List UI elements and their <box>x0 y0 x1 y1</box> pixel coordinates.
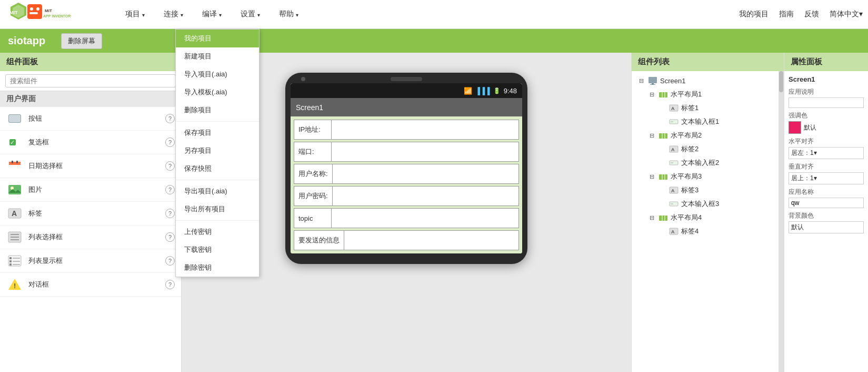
form-input-password[interactable] <box>332 187 518 205</box>
tree-textinput3[interactable]: 文本输入框3 <box>655 197 781 211</box>
listpicker-icon <box>6 229 23 246</box>
prop-color-swatch[interactable] <box>789 121 801 134</box>
tree-label2[interactable]: A 标签2 <box>655 142 781 156</box>
form-input-topic[interactable] <box>331 209 518 228</box>
search-input[interactable] <box>5 74 176 87</box>
component-label[interactable]: A 标签 ? <box>0 202 181 226</box>
form-input-port[interactable] <box>331 142 518 161</box>
dropdown-sep1 <box>176 121 259 122</box>
label3-icon: A <box>669 185 679 195</box>
dropdown-sep2 <box>176 180 259 180</box>
tree-toggle-layout4[interactable]: ⊟ <box>647 213 656 222</box>
prop-value-valign[interactable]: 居上：1▾ <box>789 172 864 184</box>
dropdown-export-project[interactable]: 导出项目(.aia) <box>176 182 259 200</box>
listpicker-help-icon[interactable]: ? <box>165 232 175 242</box>
dialog-help-icon[interactable]: ? <box>165 280 175 289</box>
label-help-icon[interactable]: ? <box>165 209 175 218</box>
svg-rect-15 <box>9 162 21 165</box>
tree-spacer3 <box>658 145 666 153</box>
tree-label3[interactable]: A 标签3 <box>655 183 781 197</box>
dropdown-save-project[interactable]: 保存项目 <box>176 124 259 142</box>
checkbox-help-icon[interactable]: ? <box>165 138 175 147</box>
dropdown-save-as[interactable]: 另存项目 <box>176 142 259 160</box>
datepicker-icon <box>6 158 23 174</box>
svg-rect-16 <box>12 161 13 163</box>
tree-layout2[interactable]: ⊟ 水平布局2 <box>645 129 781 142</box>
dropdown-delete-key[interactable]: 删除密钥 <box>176 259 259 277</box>
textinput2-icon <box>669 158 679 168</box>
nav-project-label: 项目 <box>125 9 140 19</box>
tree-textinput2[interactable]: 文本输入框2 <box>655 156 781 170</box>
prop-input-appname[interactable] <box>789 198 864 208</box>
dropdown-new-project[interactable]: 新建项目 <box>176 47 259 65</box>
dropdown-my-projects[interactable]: 我的项目 <box>176 30 259 47</box>
prop-label-halign: 水平对齐 <box>789 137 864 146</box>
form-input-message[interactable] <box>344 231 518 250</box>
tree-textinput1[interactable]: 文本输入框1 <box>655 115 781 129</box>
checkbox-icon: ✓ <box>6 134 23 151</box>
dropdown-download-key[interactable]: 下载密钥 <box>176 241 259 259</box>
tree-children-root: ⊟ 水平布局1 A 标签1 <box>645 87 781 238</box>
tree-spacer5 <box>658 186 666 194</box>
tree-label-textinput3: 文本输入框3 <box>681 199 719 209</box>
svg-rect-3 <box>27 4 42 19</box>
tree-screen1[interactable]: ⊟ Screen1 <box>634 74 781 87</box>
delete-screen-button[interactable]: 删除屏幕 <box>61 33 102 49</box>
nav-project[interactable]: 项目 <box>121 7 149 22</box>
tree-layout1[interactable]: ⊟ 水平布局1 <box>645 87 781 101</box>
dropdown-import-template[interactable]: 导入模板(.aia) <box>176 83 259 101</box>
dropdown-export-all[interactable]: 导出所有项目 <box>176 200 259 218</box>
feedback-link[interactable]: 反馈 <box>804 9 819 19</box>
component-datepicker[interactable]: 日期选择框 ? <box>0 154 181 178</box>
tree-toggle-layout2[interactable]: ⊟ <box>647 131 656 140</box>
svg-text:APP INVENTOR: APP INVENTOR <box>43 14 71 18</box>
tree-label-layout1: 水平布局1 <box>671 90 702 99</box>
datepicker-help-icon[interactable]: ? <box>165 161 175 171</box>
svg-rect-27 <box>9 257 12 259</box>
component-dialog[interactable]: ! 对话框 ? <box>0 273 181 297</box>
component-listview[interactable]: 列表显示框 ? <box>0 249 181 273</box>
tree-label-layout4: 水平布局4 <box>671 213 702 222</box>
prop-accent-default: 默认 <box>804 123 816 132</box>
tree-toggle-layout1[interactable]: ⊟ <box>647 90 656 99</box>
lang-link[interactable]: 简体中文▾ <box>830 9 863 19</box>
component-listpicker[interactable]: 列表选择框 ? <box>0 226 181 249</box>
component-listview-label: 列表显示框 <box>28 256 165 266</box>
component-image[interactable]: 图片 ? <box>0 178 181 202</box>
prop-value-bgcolor[interactable]: 默认 <box>789 221 864 233</box>
dropdown-delete-project[interactable]: 删除项目 <box>176 101 259 119</box>
component-dialog-label: 对话框 <box>28 280 165 289</box>
my-projects-link[interactable]: 我的项目 <box>739 9 769 19</box>
form-input-ip[interactable] <box>331 120 518 139</box>
button-help-icon[interactable]: ? <box>165 114 175 123</box>
tree-toggle-screen1[interactable]: ⊟ <box>637 76 645 85</box>
signal-icon: ▐▐▐ <box>475 87 490 95</box>
nav-settings[interactable]: 设置 <box>236 7 264 22</box>
svg-point-19 <box>11 187 14 190</box>
component-checkbox-label: 复选框 <box>28 138 165 147</box>
form-input-username[interactable] <box>332 164 518 183</box>
phone-frame: 📶 ▐▐▐ 🔋 9:48 Screen1 IP地址: 端口: <box>285 73 527 264</box>
listview-help-icon[interactable]: ? <box>165 256 175 266</box>
image-help-icon[interactable]: ? <box>165 185 175 194</box>
tree-layout3[interactable]: ⊟ 水平布局3 <box>645 170 781 183</box>
prop-input-desc[interactable] <box>789 97 864 108</box>
component-datepicker-label: 日期选择框 <box>28 161 165 171</box>
search-box <box>0 71 181 91</box>
nav-help[interactable]: 帮助 <box>275 7 303 22</box>
prop-value-halign[interactable]: 居左：1▾ <box>789 147 864 159</box>
component-button[interactable]: 按钮 ? <box>0 107 181 131</box>
nav-build[interactable]: 编译 <box>198 7 226 22</box>
tree-layout4[interactable]: ⊟ 水平布局4 <box>645 211 781 224</box>
tree-label1[interactable]: A 标签1 <box>655 101 781 115</box>
guide-link[interactable]: 指南 <box>779 9 794 19</box>
tree-toggle-layout3[interactable]: ⊟ <box>647 172 656 181</box>
dropdown-upload-key[interactable]: 上传密钥 <box>176 223 259 241</box>
dropdown-import-project[interactable]: 导入项目(.aia) <box>176 65 259 83</box>
tree-label4[interactable]: A 标签4 <box>655 224 781 238</box>
tree-layout3-children: A 标签3 文本输入框3 <box>655 183 781 211</box>
nav-connect[interactable]: 连接 <box>159 7 187 22</box>
component-checkbox[interactable]: ✓ 复选框 ? <box>0 131 181 154</box>
dropdown-checkpoint[interactable]: 保存快照 <box>176 160 259 178</box>
tree-spacer7 <box>658 227 666 236</box>
